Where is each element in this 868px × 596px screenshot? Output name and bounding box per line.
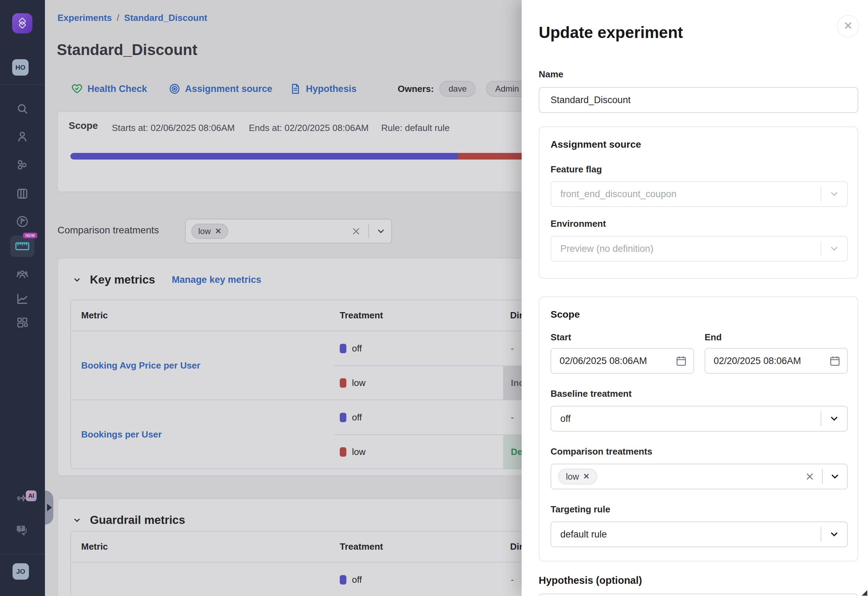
app-window: HO NEW bbox=[0, 0, 868, 596]
comparison-treatments-label: Comparison treatments bbox=[551, 446, 652, 457]
modal-overlay[interactable] bbox=[0, 0, 522, 596]
hypothesis-textarea[interactable] bbox=[539, 593, 858, 596]
targeting-rule-select[interactable]: default rule bbox=[551, 521, 848, 547]
resize-grip-icon[interactable] bbox=[862, 590, 867, 596]
chevron-down-icon bbox=[829, 243, 839, 254]
environment-label: Environment bbox=[551, 218, 606, 229]
calendar-icon[interactable] bbox=[829, 355, 841, 367]
start-label: Start bbox=[551, 332, 571, 343]
panel-title: Update experiment bbox=[539, 23, 683, 42]
calendar-icon[interactable] bbox=[675, 355, 687, 367]
end-label: End bbox=[704, 332, 722, 343]
name-input[interactable] bbox=[539, 87, 858, 113]
environment-select[interactable]: Preview (no definition) bbox=[551, 236, 848, 262]
scope-card: Scope Start End 02/06/2025 08:06AM 02/20… bbox=[539, 297, 858, 562]
chevron-down-icon[interactable] bbox=[830, 471, 840, 482]
chevron-down-icon bbox=[829, 189, 839, 199]
assignment-source-card: Assignment source Feature flag front_end… bbox=[539, 127, 858, 279]
assignment-source-heading: Assignment source bbox=[551, 139, 641, 150]
hypothesis-optional-label: Hypothesis (optional) bbox=[539, 575, 642, 586]
start-date-input[interactable]: 02/06/2025 08:06AM bbox=[551, 348, 694, 374]
chevron-down-icon bbox=[829, 413, 839, 424]
targeting-rule-label: Targeting rule bbox=[551, 504, 610, 515]
clear-icon[interactable] bbox=[805, 471, 815, 482]
close-button[interactable]: ✕ bbox=[837, 15, 859, 37]
baseline-treatment-label: Baseline treatment bbox=[551, 388, 632, 399]
chip-remove-icon[interactable]: ✕ bbox=[583, 472, 590, 481]
feature-flag-select[interactable]: front_end_discount_coupon bbox=[551, 181, 848, 207]
comparison-treatments-select[interactable]: low✕ bbox=[551, 464, 848, 490]
name-label: Name bbox=[539, 69, 564, 80]
treatment-chip-low[interactable]: low✕ bbox=[558, 469, 597, 485]
update-experiment-panel: ✕ Update experiment Name Assignment sour… bbox=[522, 0, 868, 596]
chevron-down-icon bbox=[829, 529, 839, 540]
baseline-treatment-select[interactable]: off bbox=[551, 406, 848, 432]
feature-flag-label: Feature flag bbox=[551, 164, 602, 175]
scope-heading: Scope bbox=[551, 309, 580, 320]
end-date-input[interactable]: 02/20/2025 08:06AM bbox=[704, 348, 848, 374]
